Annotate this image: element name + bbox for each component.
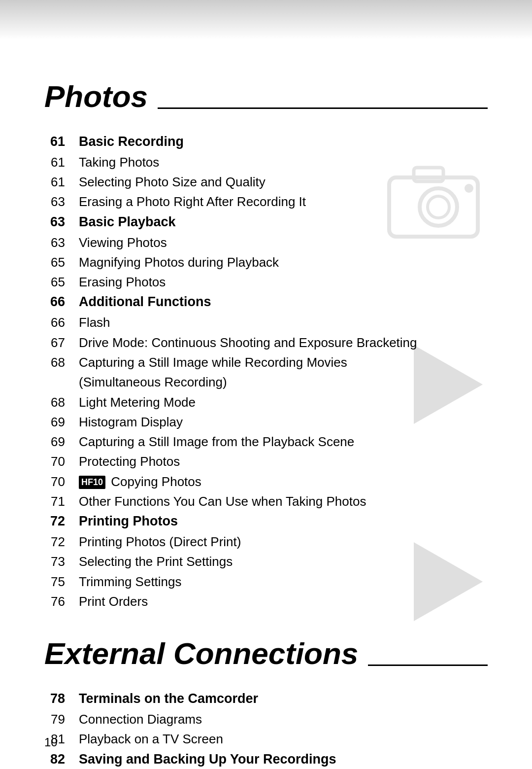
toc-item: 79 Connection Diagrams [44, 709, 488, 729]
basic-recording-page: 61 [44, 132, 79, 152]
printing-photos-heading: 72 Printing Photos [44, 511, 488, 532]
page-num: 69 [44, 412, 79, 432]
page-num: 71 [44, 491, 79, 511]
entry-text: Printing Photos (Direct Print) [79, 532, 488, 552]
entry-text: Viewing Photos [79, 233, 488, 252]
page-num: 69 [44, 432, 79, 452]
entry-text: Trimming Settings [79, 572, 488, 592]
page-num: 63 [44, 233, 79, 252]
external-connections-section-heading: External Connections [44, 636, 488, 671]
entry-text: Print Orders [79, 592, 488, 611]
toc-item: 63 Viewing Photos [44, 233, 488, 252]
entry-text: Magnifying Photos during Playback [79, 252, 488, 272]
basic-playback-heading: 63 Basic Playback [44, 212, 488, 233]
toc-item-simultaneous: (Simultaneous Recording) [44, 372, 488, 392]
entry-text: Light Metering Mode [79, 392, 488, 412]
toc-item: 68 Capturing a Still Image while Recordi… [44, 352, 488, 372]
entry-text: Drive Mode: Continuous Shooting and Expo… [79, 333, 488, 352]
photos-title: Photos [44, 79, 148, 114]
entry-text: Playback on a TV Screen [79, 729, 488, 749]
additional-functions-heading: 66 Additional Functions [44, 292, 488, 313]
entry-text: Capturing a Still Image from the Playbac… [79, 432, 488, 452]
page-num: 66 [44, 313, 79, 332]
toc-item: 67 Drive Mode: Continuous Shooting and E… [44, 333, 488, 352]
entry-text: Erasing Photos [79, 272, 488, 292]
toc-item: 65 Erasing Photos [44, 272, 488, 292]
toc-item: 81 Playback on a TV Screen [44, 729, 488, 749]
page-num: 70 [44, 452, 79, 471]
toc-item-hf10: 70 HF10 Copying Photos [44, 472, 488, 491]
external-connections-divider [368, 664, 488, 666]
entry-text: Flash [79, 313, 488, 332]
photos-toc: 61 Basic Recording 61 Taking Photos 61 S… [44, 132, 488, 611]
toc-item: 61 Taking Photos [44, 152, 488, 172]
toc-item: 76 Print Orders [44, 592, 488, 611]
page-num: 70 [44, 472, 79, 491]
basic-playback-label: Basic Playback [79, 212, 488, 233]
page-num: 76 [44, 592, 79, 611]
saving-page: 82 [44, 749, 79, 769]
page-num: 75 [44, 572, 79, 592]
toc-item: 65 Magnifying Photos during Playback [44, 252, 488, 272]
toc-item: 71 Other Functions You Can Use when Taki… [44, 491, 488, 511]
entry-text: Histogram Display [79, 412, 488, 432]
toc-item: 75 Trimming Settings [44, 572, 488, 592]
basic-recording-label: Basic Recording [79, 132, 488, 152]
terminals-heading: 78 Terminals on the Camcorder [44, 689, 488, 709]
basic-recording-heading: 61 Basic Recording [44, 132, 488, 152]
terminals-label: Terminals on the Camcorder [79, 689, 488, 709]
toc-item: 68 Light Metering Mode [44, 392, 488, 412]
entry-text: Erasing a Photo Right After Recording It [79, 192, 488, 211]
toc-item: 69 Histogram Display [44, 412, 488, 432]
page-num: 67 [44, 333, 79, 352]
entry-text: Connection Diagrams [79, 709, 488, 729]
entry-text-hf10: HF10 Copying Photos [79, 472, 488, 491]
entry-text: Other Functions You Can Use when Taking … [79, 491, 488, 511]
entry-text: Selecting Photo Size and Quality [79, 172, 488, 192]
photos-section-heading: Photos [44, 79, 488, 114]
basic-playback-page: 63 [44, 212, 79, 233]
entry-text: Taking Photos [79, 152, 488, 172]
page-num: 65 [44, 272, 79, 292]
toc-item: 73 Selecting the Print Settings [44, 552, 488, 571]
hf10-badge: HF10 [79, 476, 105, 489]
toc-item: 69 Capturing a Still Image from the Play… [44, 432, 488, 452]
page-footer: 10 [44, 735, 58, 749]
page-num: 65 [44, 252, 79, 272]
entry-text: (Simultaneous Recording) [79, 372, 488, 392]
page-num: 63 [44, 192, 79, 211]
toc-item: 72 Printing Photos (Direct Print) [44, 532, 488, 552]
entry-text: Protecting Photos [79, 452, 488, 471]
saving-label: Saving and Backing Up Your Recordings [79, 749, 488, 769]
external-connections-toc: 78 Terminals on the Camcorder 79 Connect… [44, 689, 488, 769]
page-num: 61 [44, 152, 79, 172]
toc-item: 63 Erasing a Photo Right After Recording… [44, 192, 488, 211]
saving-heading: 82 Saving and Backing Up Your Recordings [44, 749, 488, 769]
additional-functions-label: Additional Functions [79, 292, 488, 313]
toc-item: 66 Flash [44, 313, 488, 332]
page-num: 79 [44, 709, 79, 729]
page-num: 72 [44, 532, 79, 552]
additional-functions-page: 66 [44, 292, 79, 313]
toc-item: 70 Protecting Photos [44, 452, 488, 471]
page-num: 61 [44, 172, 79, 192]
external-connections-title: External Connections [44, 636, 358, 671]
page-number: 10 [44, 735, 58, 749]
page-num: 73 [44, 552, 79, 571]
page-gradient [0, 0, 532, 39]
photos-divider [158, 107, 488, 109]
entry-text: Capturing a Still Image while Recording … [79, 352, 488, 372]
terminals-page: 78 [44, 689, 79, 709]
page-num: 68 [44, 392, 79, 412]
entry-text: Selecting the Print Settings [79, 552, 488, 571]
page-num: 68 [44, 352, 79, 372]
printing-photos-label: Printing Photos [79, 511, 488, 532]
toc-item: 61 Selecting Photo Size and Quality [44, 172, 488, 192]
printing-photos-page: 72 [44, 511, 79, 532]
